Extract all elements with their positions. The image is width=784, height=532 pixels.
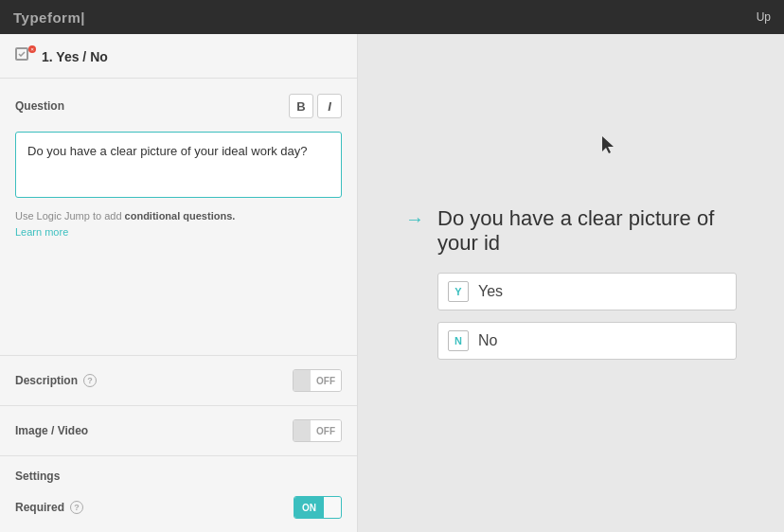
- yes-no-icon: ✕: [15, 47, 34, 66]
- preview-arrow: →: [405, 208, 424, 230]
- no-label: No: [478, 332, 497, 349]
- required-help-icon[interactable]: ?: [70, 501, 83, 514]
- yes-key: Y: [448, 281, 469, 302]
- settings-section: Settings Required ? ON: [0, 455, 357, 532]
- toggle-off-label: OFF: [311, 370, 341, 391]
- settings-title: Settings: [15, 470, 342, 483]
- logo-bar: |: [80, 9, 85, 26]
- main-layout: ✕ 1. Yes / No Question B I Do you have a…: [0, 34, 784, 532]
- required-row: Required ? ON: [15, 496, 342, 532]
- bold-button[interactable]: B: [289, 94, 313, 118]
- format-buttons: B I: [289, 94, 342, 118]
- question-textarea[interactable]: Do you have a clear picture of your idea…: [15, 132, 342, 198]
- logic-prefix: Use Logic Jump to add: [15, 210, 122, 222]
- logo: Typeform|: [13, 9, 85, 26]
- question-label: Question: [15, 99, 64, 113]
- x-badge: ✕: [28, 45, 36, 53]
- image-video-label-text: Image / Video: [15, 424, 88, 437]
- top-bar-right: Up: [757, 10, 771, 24]
- description-label: Description ?: [15, 374, 97, 387]
- required-label-text: Required: [15, 501, 64, 514]
- preview-options: Y Yes N No: [437, 273, 737, 360]
- image-video-toggle[interactable]: OFF: [293, 419, 342, 442]
- no-option[interactable]: N No: [437, 322, 737, 360]
- toggle-handle-on: [324, 497, 341, 518]
- toggle-handle: [294, 420, 311, 441]
- yes-option[interactable]: Y Yes: [437, 273, 737, 310]
- italic-button[interactable]: I: [317, 94, 342, 118]
- learn-more-link[interactable]: Learn more: [15, 226, 68, 238]
- check-icon: [15, 47, 28, 61]
- required-label: Required ?: [15, 501, 83, 514]
- svg-marker-0: [602, 136, 614, 153]
- required-toggle[interactable]: ON: [294, 496, 342, 519]
- top-bar: Typeform| Up: [0, 0, 784, 34]
- image-video-row: Image / Video OFF: [0, 405, 357, 455]
- question-number: 1.: [42, 49, 53, 64]
- logo-text: Typeform: [13, 9, 80, 26]
- no-key: N: [448, 330, 469, 351]
- preview-content: → Do you have a clear picture of your id…: [405, 206, 737, 360]
- question-header: ✕ 1. Yes / No: [0, 34, 357, 79]
- description-label-text: Description: [15, 374, 78, 387]
- description-toggle[interactable]: OFF: [293, 369, 342, 392]
- panel-body: Question B I Do you have a clear picture…: [0, 79, 357, 355]
- question-title: Yes / No: [56, 49, 107, 64]
- question-section: Question B I Do you have a clear picture…: [15, 94, 342, 239]
- description-row: Description ? OFF: [0, 355, 357, 405]
- left-panel: ✕ 1. Yes / No Question B I Do you have a…: [0, 34, 358, 532]
- image-video-label: Image / Video: [15, 424, 88, 437]
- toggle-off-label: OFF: [311, 420, 341, 441]
- question-number-title: 1. Yes / No: [42, 49, 108, 64]
- description-help-icon[interactable]: ?: [83, 374, 97, 387]
- preview-question: → Do you have a clear picture of your id: [405, 206, 737, 256]
- right-panel: → Do you have a clear picture of your id…: [358, 34, 784, 532]
- conditional-text: conditional questions.: [125, 210, 236, 222]
- preview-question-text: Do you have a clear picture of your id: [437, 206, 737, 256]
- cursor-indicator: [602, 136, 614, 153]
- yes-label: Yes: [478, 283, 503, 300]
- toggle-handle: [294, 370, 311, 391]
- logic-jump-text: Use Logic Jump to add conditional questi…: [15, 208, 342, 239]
- toggle-on-label: ON: [294, 497, 324, 518]
